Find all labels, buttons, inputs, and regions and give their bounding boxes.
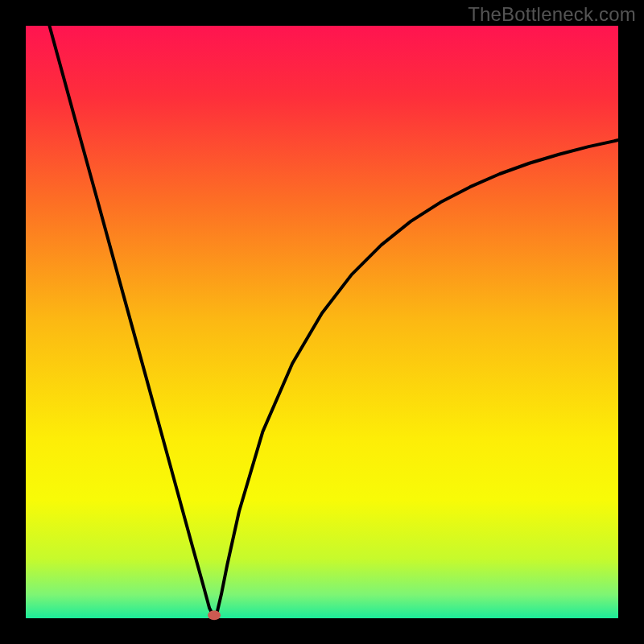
optimum-marker — [208, 610, 221, 620]
bottleneck-chart — [0, 0, 644, 644]
plot-area — [26, 26, 618, 618]
watermark-text: TheBottleneck.com — [468, 3, 636, 26]
chart-container: TheBottleneck.com — [0, 0, 644, 644]
